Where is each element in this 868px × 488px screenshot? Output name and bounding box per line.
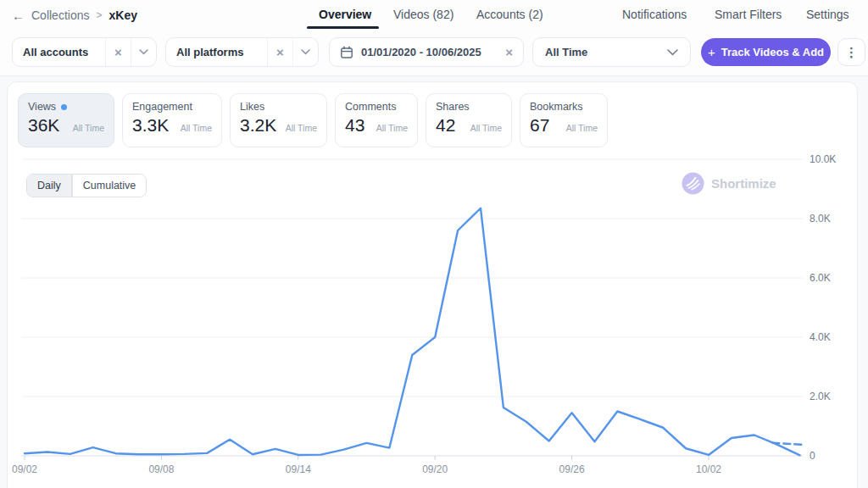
date-range-clear[interactable]: × — [505, 46, 513, 58]
breadcrumb-current: xKey — [109, 8, 137, 22]
metric-label: Views — [28, 101, 56, 113]
close-icon: × — [276, 46, 284, 58]
metric-label: Shares — [436, 101, 470, 113]
metric-label: Likes — [240, 101, 264, 113]
calendar-icon — [340, 46, 353, 59]
breadcrumb-collections[interactable]: Collections — [31, 8, 89, 22]
time-preset-chevron — [667, 49, 678, 56]
watermark-label: Shortimize — [711, 176, 776, 191]
metric-value: 3.2K — [240, 115, 276, 136]
breadcrumb: ← Collections > xKey — [12, 0, 137, 30]
metric-card-views[interactable]: Views 36K All Time — [18, 93, 114, 147]
active-tab-underline — [307, 26, 379, 29]
metric-card-likes[interactable]: Likes 3.2K All Time — [230, 93, 327, 147]
plus-icon: + — [708, 45, 715, 59]
track-videos-add-button[interactable]: + Track Videos & Add — [701, 38, 831, 66]
svg-text:09/26: 09/26 — [559, 463, 585, 475]
accounts-filter[interactable]: All accounts × — [12, 37, 157, 67]
svg-text:4.0K: 4.0K — [810, 331, 831, 343]
shortimize-logo-icon — [682, 172, 704, 195]
svg-text:09/14: 09/14 — [286, 463, 311, 475]
metric-period: All Time — [73, 123, 104, 136]
tab-accounts[interactable]: Accounts (2) — [476, 8, 543, 21]
platforms-filter-label: All platforms — [166, 38, 267, 66]
nav-smart-filters[interactable]: Smart Filters — [715, 8, 782, 21]
accounts-filter-label: All accounts — [13, 38, 105, 66]
nav-notifications[interactable]: Notifications — [622, 8, 687, 21]
tab-videos[interactable]: Videos (82) — [393, 8, 453, 21]
metric-value: 36K — [28, 115, 59, 136]
svg-text:09/20: 09/20 — [422, 463, 448, 475]
metric-label: Bookmarks — [530, 101, 583, 113]
metric-value: 3.3K — [132, 115, 169, 136]
series-dot-icon — [61, 104, 67, 110]
svg-text:10.0K: 10.0K — [810, 153, 836, 165]
svg-text:10/02: 10/02 — [696, 463, 721, 475]
chart-mode-toggle: Daily Cumulative — [26, 174, 147, 197]
accounts-filter-clear[interactable]: × — [105, 38, 131, 66]
svg-text:0: 0 — [810, 450, 815, 462]
close-icon: × — [114, 46, 122, 58]
chevron-down-icon — [301, 49, 310, 55]
back-arrow-icon[interactable]: ← — [12, 8, 25, 23]
overview-panel: Views 36K All Time Engagement 3.3K All T… — [7, 81, 858, 488]
metric-period: All Time — [566, 123, 598, 136]
metric-label: Comments — [345, 101, 396, 113]
chevron-down-icon — [139, 49, 148, 55]
metric-card-shares[interactable]: Shares 42 All Time — [426, 93, 512, 147]
metric-period: All Time — [376, 123, 408, 136]
svg-text:6.0K: 6.0K — [810, 272, 831, 284]
watermark: Shortimize — [682, 172, 776, 195]
toggle-daily[interactable]: Daily — [27, 175, 72, 197]
chevron-right-icon: > — [96, 9, 102, 21]
svg-text:2.0K: 2.0K — [810, 391, 831, 402]
metric-period: All Time — [470, 123, 502, 136]
nav-settings[interactable]: Settings — [806, 8, 849, 21]
date-range-value: 01/01/2020 - 10/06/2025 — [361, 46, 481, 58]
metric-card-bookmarks[interactable]: Bookmarks 67 All Time — [520, 93, 608, 147]
kebab-menu-icon: ⋮ — [845, 45, 858, 60]
metric-card-comments[interactable]: Comments 43 All Time — [335, 93, 418, 147]
track-videos-add-label: Track Videos & Add — [721, 46, 824, 58]
more-options-button[interactable]: ⋮ — [837, 38, 865, 66]
header: ← Collections > xKey Overview Videos (82… — [0, 0, 868, 76]
platforms-filter-clear[interactable]: × — [267, 38, 292, 66]
metric-label: Engagement — [132, 101, 192, 113]
metric-period: All Time — [286, 123, 317, 136]
platforms-filter[interactable]: All platforms × — [165, 37, 319, 67]
metric-card-engagement[interactable]: Engagement 3.3K All Time — [122, 93, 222, 147]
toggle-cumulative[interactable]: Cumulative — [72, 175, 147, 197]
metric-period: All Time — [181, 123, 212, 136]
metric-value: 43 — [345, 115, 364, 136]
chevron-down-icon — [667, 49, 678, 56]
time-preset-select[interactable]: All Time — [532, 37, 691, 67]
metric-value: 67 — [530, 115, 549, 136]
metric-value: 42 — [436, 115, 455, 136]
metric-cards-row: Views 36K All Time Engagement 3.3K All T… — [18, 93, 608, 147]
time-preset-value: All Time — [545, 46, 587, 58]
platforms-filter-dropdown[interactable] — [292, 38, 318, 66]
svg-text:8.0K: 8.0K — [810, 213, 831, 225]
date-range-picker[interactable]: 01/01/2020 - 10/06/2025 × — [329, 37, 524, 67]
views-line-chart: 10.0K8.0K6.0K4.0K2.0K009/0209/0809/1409/… — [8, 153, 857, 488]
svg-text:09/02: 09/02 — [12, 463, 37, 475]
tab-overview[interactable]: Overview — [319, 8, 371, 21]
svg-text:09/08: 09/08 — [148, 463, 174, 475]
accounts-filter-dropdown[interactable] — [131, 38, 156, 66]
